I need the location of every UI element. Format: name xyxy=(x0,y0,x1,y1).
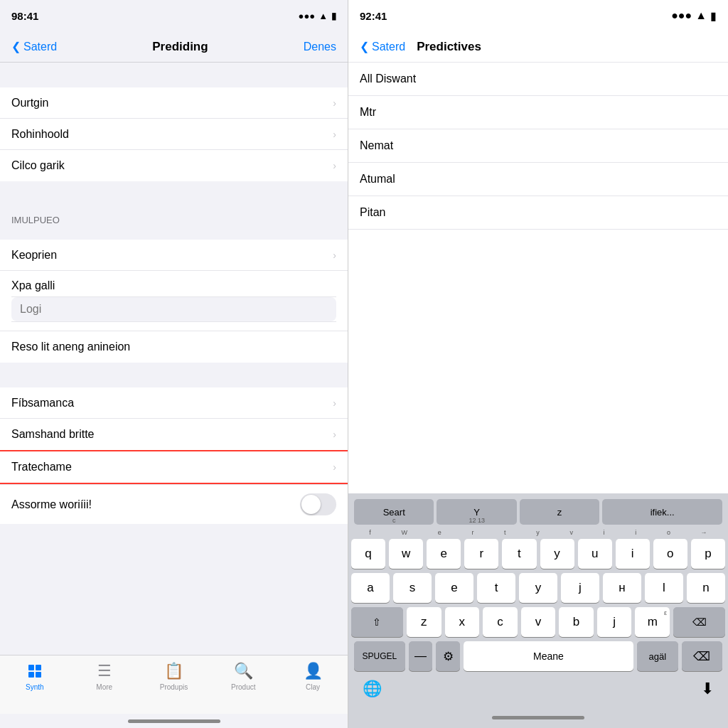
right-time: 92:41 xyxy=(360,10,387,22)
pred-key-label: ifiek... xyxy=(651,507,675,518)
gear-key[interactable]: ⚙ xyxy=(436,641,460,671)
keyboard-row-2: a s e t y j н l n xyxy=(351,573,725,603)
chevron-left-icon: ❮ xyxy=(11,40,21,53)
key-k[interactable]: l xyxy=(645,573,683,603)
section-divider-4 xyxy=(0,363,348,387)
key-f[interactable]: t xyxy=(477,573,515,603)
right-panel: 92:41 ●●● ▲ ▮ ❮ Saterd Predictives All D… xyxy=(348,0,728,728)
key-c[interactable]: c xyxy=(483,607,518,637)
left-panel: 98:41 ●●● ▲ ▮ ❮ Saterd Prediding Denes O… xyxy=(0,0,348,728)
left-nav-bar: ❮ Saterd Prediding Denes xyxy=(0,31,348,63)
svg-rect-2 xyxy=(36,665,41,670)
list-item[interactable]: Samshand britte › xyxy=(0,419,348,450)
right-list-item-3[interactable]: Atumal xyxy=(348,163,728,196)
section-divider-top xyxy=(0,63,348,87)
agal-key[interactable]: agäl xyxy=(637,641,678,671)
list-item[interactable]: Cilco garik › xyxy=(0,150,348,181)
list-item[interactable]: Ourtgin › xyxy=(0,87,348,119)
right-list-item-0[interactable]: All Diswant xyxy=(348,63,728,96)
key-s[interactable]: s xyxy=(393,573,432,603)
key-z[interactable]: z xyxy=(407,607,441,637)
list-item[interactable]: Keoprien › xyxy=(0,240,348,271)
key-p[interactable]: p xyxy=(691,539,725,569)
key-e[interactable]: e xyxy=(427,539,461,569)
key-o[interactable]: o xyxy=(653,539,687,569)
spugel-key[interactable]: SPUGEL xyxy=(354,641,405,671)
produpis-label: Produpis xyxy=(160,683,188,691)
tab-product[interactable]: 🔍 Product xyxy=(208,660,278,691)
battery-icon: ▮ xyxy=(331,11,336,21)
right-list-item-2[interactable]: Nemat xyxy=(348,129,728,163)
pred-key-y[interactable]: Y 12 13 xyxy=(437,499,516,525)
dash-icon: — xyxy=(414,649,427,663)
key-l[interactable]: n xyxy=(687,573,725,603)
list-item[interactable]: Tratechame › xyxy=(0,451,348,483)
synth-label: Synth xyxy=(26,683,44,691)
pred-sublabel: c xyxy=(392,517,396,524)
svg-rect-1 xyxy=(28,672,34,678)
key-r[interactable]: r xyxy=(464,539,498,569)
list-item[interactable]: Fíbsamanca › xyxy=(0,387,348,419)
left-time: 98:41 xyxy=(11,10,38,22)
keyboard-row-3: ⇧ z x c v b j m ε ⌫ xyxy=(351,607,725,637)
item-label-rohinhoold: Rohinhoold xyxy=(11,128,69,141)
pred-key-label: Seart xyxy=(383,507,405,518)
list-item[interactable]: Reso lit aneng anineion xyxy=(0,331,348,363)
pred-key-z[interactable]: z xyxy=(520,499,599,525)
tab-produpis[interactable]: 📋 Produpis xyxy=(139,660,209,691)
keyboard-bottom-row: SPUGEL — ⚙ Meane agäl ⌫ xyxy=(351,641,725,671)
pred-sublabel: 12 13 xyxy=(469,517,485,524)
shift-key[interactable]: ⇧ xyxy=(351,607,403,637)
key-x[interactable]: x xyxy=(445,607,480,637)
key-y[interactable]: y xyxy=(540,539,574,569)
key-q[interactable]: q xyxy=(351,539,385,569)
key-d[interactable]: e xyxy=(435,573,473,603)
key-t[interactable]: t xyxy=(502,539,536,569)
left-nav-action[interactable]: Denes xyxy=(304,41,336,53)
right-back-button[interactable]: ❮ Saterd xyxy=(360,40,405,53)
key-m[interactable]: m ε xyxy=(635,607,670,637)
list-item[interactable]: Rohinhoold › xyxy=(0,119,348,150)
key-j[interactable]: н xyxy=(603,573,641,603)
left-back-button[interactable]: ❮ Saterd xyxy=(11,40,57,53)
tab-synth[interactable]: Synth xyxy=(0,660,70,691)
dash-key[interactable]: — xyxy=(409,641,433,671)
tab-more[interactable]: ☰ More xyxy=(70,660,139,691)
pred-key-ifiek[interactable]: ifiek... xyxy=(602,499,722,525)
key-u[interactable]: u xyxy=(578,539,612,569)
more-label: More xyxy=(96,683,112,691)
key-a[interactable]: a xyxy=(351,573,390,603)
spugel-label: SPUGEL xyxy=(363,651,397,661)
more-icon: ☰ xyxy=(95,661,114,681)
right-list-item-1[interactable]: Mtr xyxy=(348,96,728,129)
dictation-icon[interactable]: ⬇ xyxy=(701,680,714,698)
pred-key-label: Y xyxy=(473,507,480,518)
key-v[interactable]: v xyxy=(521,607,556,637)
return-icon: ⌫ xyxy=(693,649,710,664)
keyboard-emoji-row: 🌐 ⬇ xyxy=(351,674,725,707)
key-g[interactable]: y xyxy=(519,573,557,603)
right-list-item-4[interactable]: Pitan xyxy=(348,196,728,230)
return-key[interactable]: ⌫ xyxy=(682,641,722,671)
pred-key-seart[interactable]: Seart c xyxy=(354,499,434,525)
chevron-icon: › xyxy=(333,160,336,171)
signal-icon: ●●● xyxy=(299,11,316,21)
tab-clay[interactable]: 👤 Clay xyxy=(278,660,348,691)
chevron-icon: › xyxy=(333,129,336,140)
key-b[interactable]: b xyxy=(559,607,594,637)
key-n[interactable]: j xyxy=(597,607,632,637)
left-status-icons: ●●● ▲ ▮ xyxy=(299,11,336,21)
right-chevron-left-icon: ❮ xyxy=(360,40,369,53)
key-i[interactable]: i xyxy=(616,539,650,569)
globe-icon[interactable]: 🌐 xyxy=(363,680,382,698)
right-nav-bar: ❮ Saterd Predictives xyxy=(348,31,728,63)
key-w[interactable]: w xyxy=(389,539,423,569)
backspace-key[interactable]: ⌫ xyxy=(673,607,725,637)
toggle-switch[interactable] xyxy=(300,493,336,515)
space-key[interactable]: Meane xyxy=(464,641,633,671)
right-status-icons: ●●● ▲ ▮ xyxy=(671,9,717,23)
key-h[interactable]: j xyxy=(561,573,599,603)
pred-key-label: z xyxy=(557,507,562,518)
logi-input[interactable] xyxy=(11,297,336,321)
right-battery-icon: ▮ xyxy=(710,9,717,23)
